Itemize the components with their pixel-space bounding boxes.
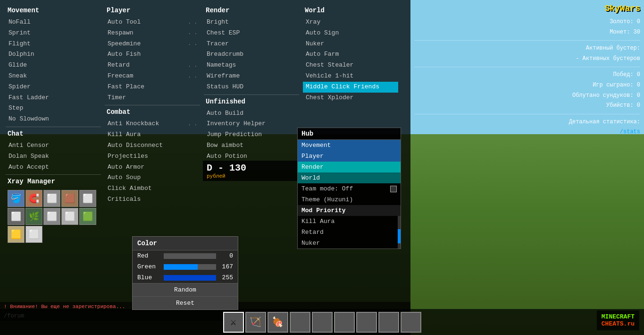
unfinished-item-jumpprediction[interactable]: Jump Prediction [204, 129, 299, 140]
color-red-track[interactable] [164, 253, 216, 259]
hotbar-slot-7[interactable] [356, 312, 377, 333]
render-item-bright[interactable]: Bright [204, 17, 299, 28]
render-item-breadcrumb[interactable]: Breadcrumb [204, 49, 299, 60]
hub-item-world[interactable]: World [298, 172, 401, 183]
hotbar-slot-2[interactable]: 🏹 [245, 312, 266, 333]
combat-item-criticals[interactable]: Criticals [105, 194, 200, 205]
wins-label: Побед: [613, 71, 633, 78]
coins-value: 30 [634, 29, 640, 35]
hotbar-slot-9[interactable] [401, 312, 421, 333]
hotbar-slot-8[interactable] [378, 312, 399, 333]
movement-item-noslowdown[interactable]: No Slowdown [6, 114, 101, 125]
movement-item-spider[interactable]: Spider [6, 82, 101, 93]
item-slot-6[interactable]: ⬜ [8, 208, 25, 225]
item-slot-1[interactable]: 🪣 [8, 190, 25, 207]
item-slot-2[interactable]: 🧲 [25, 190, 42, 207]
teammode-checkbox[interactable] [390, 186, 397, 192]
hub-item-player[interactable]: Player [298, 151, 401, 162]
color-green-track[interactable] [164, 264, 216, 270]
hub-item-movement[interactable]: Movement [298, 140, 401, 151]
world-item-middleclickfriends[interactable]: Middle Click Friends [303, 82, 398, 93]
hub-item-render[interactable]: Render [298, 162, 401, 172]
world-item-nuker[interactable]: Nuker [303, 39, 398, 50]
item-slot-4[interactable]: 🟫 [61, 190, 78, 207]
world-item-vehicle1hit[interactable]: Vehicle 1-hit [303, 71, 398, 82]
combat-item-autoarmor[interactable]: Auto Armor [105, 162, 200, 173]
render-item-wireframe[interactable]: Wireframe [204, 71, 299, 82]
player-item-freecam[interactable]: Freecam. . [105, 71, 200, 82]
chat-item-anticensor[interactable]: Anti Censor [6, 140, 101, 151]
item-slot-11[interactable]: 🟨 [8, 226, 25, 243]
hub-priority-nuker[interactable]: Nuker [298, 238, 401, 249]
render-item-statushud[interactable]: Status HUD [204, 82, 299, 93]
combat-item-autosoup[interactable]: Auto Soup [105, 172, 200, 183]
color-row-red: Red 0 [133, 250, 238, 261]
separator-chat [6, 127, 101, 127]
chat-item-autoaccept[interactable]: Auto Accept [6, 162, 101, 173]
item-slot-8[interactable]: ⬜ [43, 208, 60, 225]
separator-xray [6, 174, 101, 175]
item-slot-12[interactable]: ⬜ [25, 226, 42, 243]
player-item-autofish[interactable]: Auto Fish [105, 49, 200, 60]
hub-scrollbar-thumb [398, 229, 401, 243]
render-item-nametags[interactable]: Nametags [204, 60, 299, 71]
movement-item-step[interactable]: Step [6, 103, 101, 114]
item-slot-5[interactable]: ⬜ [79, 190, 96, 207]
gold-value: 0 [637, 18, 640, 25]
hotbar-slot-4[interactable] [290, 312, 310, 333]
player-item-respawn[interactable]: Respawn. . [105, 28, 200, 39]
hotbar-slot-1[interactable]: ⚔️ [223, 312, 244, 333]
item-slot-10[interactable]: 🟩 [79, 208, 96, 225]
render-item-tracer[interactable]: Tracer [204, 39, 299, 50]
unfinished-item-inventoryhelper[interactable]: Inventory Helper [204, 119, 299, 129]
kills-value: 0 [637, 102, 640, 109]
world-item-autofarm[interactable]: Auto Farm [303, 49, 398, 60]
world-item-chestxploder[interactable]: Chest Xploder [303, 93, 398, 103]
hotbar-slot-5[interactable] [312, 312, 333, 333]
random-button[interactable]: Random [133, 283, 238, 296]
hotbar-slot-6[interactable] [334, 312, 355, 333]
chat-item-dolanspeak[interactable]: Dolan Speak [6, 151, 101, 162]
combat-item-antiknockback[interactable]: Anti Knockback. . [105, 119, 200, 129]
reset-button[interactable]: Reset [133, 296, 238, 309]
color-blue-track[interactable] [164, 275, 216, 281]
games-value: 0 [637, 82, 640, 88]
movement-item-sprint[interactable]: Sprint [6, 28, 101, 39]
player-item-fastplace[interactable]: Fast Place [105, 82, 200, 93]
hotbar-slot-3[interactable]: 🍖 [268, 312, 288, 333]
mc-logo-line1: MINECRAFT [602, 313, 635, 320]
unfinished-item-autobuild[interactable]: Auto Build [204, 108, 299, 119]
mc-logo-line2: CHEATS.ru [602, 320, 635, 327]
item-slot-3[interactable]: ⬜ [43, 190, 60, 207]
hub-item-theme[interactable]: Theme (Huzuni) [298, 194, 401, 205]
movement-item-flight[interactable]: Flight [6, 39, 101, 50]
player-item-autotool[interactable]: Auto Tool. . [105, 17, 200, 28]
player-item-speedmine[interactable]: Speedmine. . [105, 39, 200, 50]
wins-row: Побед: 0 [414, 70, 640, 80]
movement-item-dolphin[interactable]: Dolphin [6, 49, 101, 60]
player-item-timer[interactable]: Timer [105, 93, 200, 103]
hub-scrollbar[interactable] [398, 216, 401, 249]
combat-item-autodisconnect[interactable]: Auto Disconnect [105, 140, 200, 151]
combat-item-clickaimbot[interactable]: Click Aimbot [105, 183, 200, 194]
render-item-chestesp[interactable]: Chest ESP [204, 28, 299, 39]
movement-item-nofall[interactable]: NoFall [6, 17, 101, 28]
movement-item-sneak[interactable]: Sneak [6, 71, 101, 82]
item-slot-7[interactable]: 🌿 [25, 208, 42, 225]
combat-item-killaura[interactable]: Kill Aura [105, 129, 200, 140]
hub-item-teammode[interactable]: Team mode: Off [298, 183, 401, 194]
player-header: Player [105, 6, 200, 15]
world-item-autosign[interactable]: Auto Sign [303, 28, 398, 39]
hub-priority-killaura[interactable]: Kill Aura [298, 216, 401, 227]
gold-label: Золото: [610, 18, 633, 25]
separator-unfinished [204, 94, 299, 95]
unfinished-item-bowaimbot[interactable]: Bow aimbot [204, 140, 299, 151]
movement-item-glide[interactable]: Glide [6, 60, 101, 71]
player-item-retard[interactable]: Retard. . [105, 60, 200, 71]
world-item-xray[interactable]: Xray [303, 17, 398, 28]
combat-item-projectiles[interactable]: Projectiles [105, 151, 200, 162]
world-item-cheststealer[interactable]: Chest Stealer [303, 60, 398, 71]
movement-item-fastladder[interactable]: Fast Ladder [6, 93, 101, 103]
hub-priority-retard[interactable]: Retard [298, 227, 401, 238]
item-slot-9[interactable]: ⬜ [61, 208, 78, 225]
